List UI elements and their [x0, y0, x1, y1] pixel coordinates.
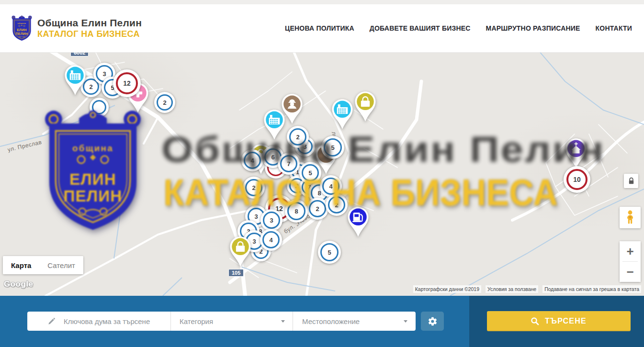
chevron-down-icon	[281, 320, 285, 323]
map-cluster-marker[interactable]: 4	[260, 229, 282, 251]
nav-item[interactable]: МАРШРУТНО РАЗПИСАНИЕ	[486, 24, 580, 32]
cluster-count: 2	[295, 182, 298, 190]
map-cluster-marker[interactable]: 2	[243, 177, 265, 199]
map-cluster-marker[interactable]: 5	[321, 136, 344, 159]
lock-button[interactable]	[624, 174, 638, 188]
brand[interactable]: община ЕЛИН ПЕЛИН Община Елин Пелин КАТА…	[11, 14, 142, 43]
cluster-count: 4	[250, 157, 254, 164]
map-cluster-marker[interactable]: 3	[260, 209, 282, 231]
municipality-crest-logo: община ЕЛИН ПЕЛИН	[11, 14, 33, 43]
pin-bag-icon[interactable]	[352, 90, 379, 123]
attribution-copyright: Картографски данни ©2019	[413, 285, 481, 293]
brand-text: Община Елин Пелин КАТАЛОГ НА БИЗНЕСА	[37, 17, 142, 39]
cluster-count: 8	[294, 208, 298, 215]
map-cluster-marker[interactable]	[90, 98, 109, 117]
nav-item[interactable]: ДОБАВЕТЕ ВАШИЯТ БИЗНЕС	[370, 24, 471, 32]
maptype-control: Карта Сателит	[3, 256, 83, 274]
pencil-icon	[47, 317, 56, 325]
cluster-count: 7	[287, 160, 290, 168]
top-strip	[0, 0, 644, 4]
map-cluster-marker[interactable]: 10	[564, 166, 590, 193]
map-cluster-marker[interactable]: 12	[113, 69, 141, 97]
cluster-count: 10	[573, 176, 581, 183]
svg-text:ПЕЛИН: ПЕЛИН	[16, 32, 28, 35]
cluster-count: 3	[102, 70, 106, 78]
map-canvas[interactable]: ул. Преславбул. „Новоселлци" 6002105 235…	[0, 53, 644, 296]
map-cluster-marker[interactable]: 8	[285, 200, 308, 223]
gear-icon	[428, 316, 438, 326]
location-select[interactable]: Местоположение	[293, 312, 415, 331]
map-cluster-marker[interactable]: 7	[278, 153, 300, 175]
google-logo[interactable]: Google	[4, 280, 34, 289]
cluster-count: 2	[316, 205, 319, 213]
map-markers: 235122 313227825647528422128333345	[0, 53, 644, 296]
pin-factory-icon[interactable]	[62, 64, 89, 96]
nav-item[interactable]: ЦЕНОВА ПОЛИТИКА	[285, 24, 354, 32]
cluster-count: 5	[328, 249, 331, 256]
main-nav: ЦЕНОВА ПОЛИТИКАДОБАВЕТЕ ВАШИЯТ БИЗНЕСМАР…	[285, 24, 632, 32]
pin-church-icon[interactable]	[563, 137, 589, 169]
search-button-label: ТЪРСЕНЕ	[545, 316, 587, 326]
cluster-count: 2	[335, 201, 338, 209]
zoom-in-button[interactable]: +	[620, 241, 641, 261]
map-cluster-marker[interactable]: 5	[299, 162, 321, 184]
brand-title: Община Елин Пелин	[37, 17, 142, 29]
map-cluster-marker[interactable]: 2	[306, 198, 328, 220]
pin-fuel-icon[interactable]	[345, 205, 372, 238]
map-attribution: Картографски данни ©2019 Условия за полз…	[413, 285, 641, 293]
pegman-icon	[625, 210, 635, 225]
location-select-value: Местоположение	[302, 317, 404, 325]
attribution-terms-link[interactable]: Условия за ползване	[486, 285, 538, 293]
map-cluster-marker[interactable]: 2	[287, 126, 309, 148]
cluster-count: 3	[254, 213, 258, 220]
zoom-control: + −	[620, 241, 641, 282]
chevron-down-icon	[404, 320, 407, 323]
pegman-button[interactable]	[620, 207, 641, 228]
pin-worker-icon[interactable]	[279, 92, 305, 125]
search-fields: Категория Местоположение	[27, 312, 416, 331]
brand-subtitle: КАТАЛОГ НА БИЗНЕСА	[37, 29, 142, 39]
cluster-count: 2	[89, 83, 92, 90]
cluster-count: 12	[123, 79, 131, 87]
category-select-value: Категория	[180, 317, 281, 325]
map-cluster-marker[interactable]: 4	[241, 149, 263, 171]
cluster-count: 3	[270, 217, 273, 224]
cluster-count: 2	[163, 99, 166, 106]
maptype-map-button[interactable]: Карта	[3, 256, 39, 274]
map-cluster-marker[interactable]: 5	[318, 241, 341, 264]
cluster-count: 6	[271, 154, 274, 161]
cluster-ring	[92, 100, 106, 114]
lock-icon	[628, 177, 635, 185]
cluster-count: 2	[252, 184, 255, 191]
search-icon	[531, 317, 539, 325]
maptype-satellite-button[interactable]: Сателит	[39, 256, 83, 274]
category-select[interactable]: Категория	[171, 312, 293, 331]
svg-text:община: община	[18, 22, 26, 24]
settings-button[interactable]	[421, 312, 444, 331]
cluster-count: 4	[329, 183, 332, 190]
cluster-count: 5	[308, 169, 312, 177]
cluster-count: 4	[269, 236, 272, 244]
search-bar: Категория Местоположение ТЪРСЕНЕ	[0, 296, 644, 347]
map-cluster-marker[interactable]: 2	[154, 92, 175, 113]
nav-item[interactable]: КОНТАКТИ	[596, 24, 632, 32]
svg-text:ЕЛИН: ЕЛИН	[17, 28, 27, 32]
keyword-field-wrap	[27, 312, 171, 331]
zoom-out-button[interactable]: −	[620, 262, 641, 282]
header: община ЕЛИН ПЕЛИН Община Елин Пелин КАТА…	[0, 4, 644, 53]
page: община ЕЛИН ПЕЛИН Община Елин Пелин КАТА…	[0, 0, 644, 347]
pin-bag-icon[interactable]	[227, 235, 254, 268]
cluster-count: 2	[296, 134, 299, 141]
cluster-count: 5	[331, 144, 334, 151]
keyword-search-input[interactable]	[64, 317, 170, 325]
search-button[interactable]: ТЪРСЕНЕ	[487, 311, 631, 331]
attribution-report-link[interactable]: Подаване на сигнал за грешка в картата	[542, 285, 641, 293]
